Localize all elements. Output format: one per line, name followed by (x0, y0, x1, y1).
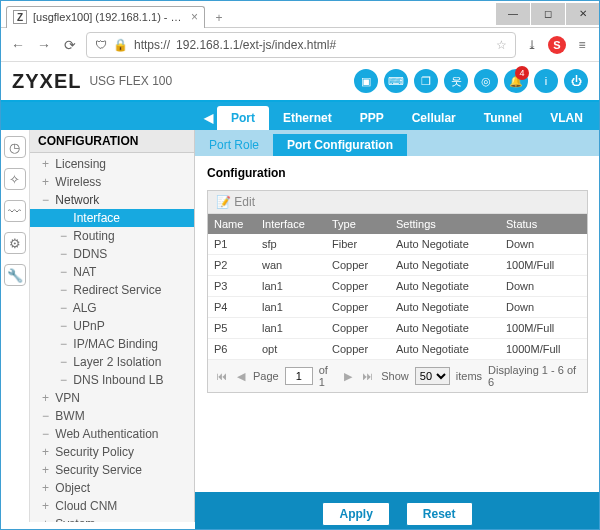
sidebar-item-label: Interface (70, 211, 120, 225)
model-label: USG FLEX 100 (89, 74, 172, 88)
console-icon[interactable]: ▣ (354, 69, 378, 93)
extension-icon[interactable]: S (548, 36, 566, 54)
maximize-button[interactable]: ◻ (531, 3, 565, 25)
cell-status: 100M/Full (500, 318, 587, 338)
help-icon[interactable]: i (534, 69, 558, 93)
content-area: Configuration 📝 Edit Name Interface Type… (195, 156, 600, 522)
col-status[interactable]: Status (500, 214, 587, 234)
ref-icon[interactable]: ❐ (414, 69, 438, 93)
sidebar-item-web-authentication[interactable]: − Web Authentication (30, 425, 194, 443)
tab-ethernet[interactable]: Ethernet (269, 106, 346, 130)
cell-status: 100M/Full (500, 255, 587, 275)
table-row[interactable]: P4lan1CopperAuto NegotiateDown (208, 297, 587, 318)
sidebar-item-security-service[interactable]: + Security Service (30, 461, 194, 479)
notification-bell-icon[interactable]: 🔔4 (504, 69, 528, 93)
sidebar-title: CONFIGURATION (30, 130, 194, 153)
table-row[interactable]: P6optCopperAuto Negotiate1000M/Full (208, 339, 587, 360)
grid-header: Name Interface Type Settings Status (208, 214, 587, 234)
sidebar-item-label: Cloud CNM (52, 499, 117, 513)
reset-button[interactable]: Reset (406, 502, 473, 526)
table-row[interactable]: P3lan1CopperAuto NegotiateDown (208, 276, 587, 297)
object-icon[interactable]: ◎ (474, 69, 498, 93)
tab-ppp[interactable]: PPP (346, 106, 398, 130)
sidebar-item-upnp[interactable]: − UPnP (30, 317, 194, 335)
table-row[interactable]: P1sfpFiberAuto NegotiateDown (208, 234, 587, 255)
sidebar-item-nat[interactable]: − NAT (30, 263, 194, 281)
section-title: Configuration (207, 166, 588, 180)
sidebar-item-cloud-cnm[interactable]: + Cloud CNM (30, 497, 194, 515)
url-input[interactable]: 🛡 🔒 https://192.168.1.1/ext-js/index.htm… (86, 32, 516, 58)
close-window-button[interactable]: ✕ (566, 3, 600, 25)
close-tab-icon[interactable]: × (191, 10, 198, 24)
minimize-button[interactable]: — (496, 3, 530, 25)
sidebar-item-object[interactable]: + Object (30, 479, 194, 497)
monitor-icon[interactable]: 〰 (4, 200, 26, 222)
port-grid: 📝 Edit Name Interface Type Settings Stat… (207, 190, 588, 393)
sidebar-item-dns-inbound-lb[interactable]: − DNS Inbound LB (30, 371, 194, 389)
maintenance-icon[interactable]: 🔧 (4, 264, 26, 286)
sidebar-item-wireless[interactable]: + Wireless (30, 173, 194, 191)
tree-toggle-icon: + (42, 517, 52, 522)
sub-tab-bar: Port RolePort Configuration (195, 130, 600, 156)
apply-button[interactable]: Apply (322, 502, 389, 526)
sidebar-item-vpn[interactable]: + VPN (30, 389, 194, 407)
reload-button[interactable]: ⟳ (60, 35, 80, 55)
sidebar-item-alg[interactable]: − ALG (30, 299, 194, 317)
page-prev-icon[interactable]: ◀ (235, 370, 247, 383)
back-button[interactable]: ← (8, 35, 28, 55)
edit-button[interactable]: Edit (234, 195, 255, 209)
page-first-icon[interactable]: ⏮ (214, 370, 229, 382)
tab-title: [usgflex100] (192.168.1.1) - ZyXEL (33, 11, 183, 23)
wizard-icon[interactable]: ✧ (4, 168, 26, 190)
configuration-icon[interactable]: ⚙ (4, 232, 26, 254)
col-name[interactable]: Name (208, 214, 256, 234)
tab-port[interactable]: Port (217, 106, 269, 130)
page-input[interactable] (285, 367, 313, 385)
sidebar-item-interface[interactable]: Interface (30, 209, 194, 227)
col-type[interactable]: Type (326, 214, 390, 234)
sidebar-item-routing[interactable]: − Routing (30, 227, 194, 245)
logout-icon[interactable]: ⏻ (564, 69, 588, 93)
cli-icon[interactable]: ⌨ (384, 69, 408, 93)
sidebar-item-label: Security Policy (52, 445, 134, 459)
sidebar-item-label: System (52, 517, 95, 522)
tree-toggle-icon: − (60, 301, 70, 315)
browser-tab[interactable]: Z [usgflex100] (192.168.1.1) - ZyXEL × (6, 6, 205, 28)
tab-cellular[interactable]: Cellular (398, 106, 470, 130)
subtab-port-configuration[interactable]: Port Configuration (273, 134, 407, 156)
sidebar-item-bwm[interactable]: − BWM (30, 407, 194, 425)
cell-iface: lan1 (256, 318, 326, 338)
sidebar-item-redirect-service[interactable]: − Redirect Service (30, 281, 194, 299)
bookmark-star-icon[interactable]: ☆ (496, 38, 507, 52)
sidebar-item-label: Security Service (52, 463, 142, 477)
new-tab-button[interactable]: + (211, 10, 227, 26)
download-icon[interactable]: ⤓ (522, 35, 542, 55)
dashboard-icon[interactable]: ◷ (4, 136, 26, 158)
table-row[interactable]: P5lan1CopperAuto Negotiate100M/Full (208, 318, 587, 339)
sidebar-item-ip-mac-binding[interactable]: − IP/MAC Binding (30, 335, 194, 353)
sidebar-item-system[interactable]: + System (30, 515, 194, 522)
col-settings[interactable]: Settings (390, 214, 500, 234)
page-next-icon[interactable]: ▶ (342, 370, 354, 383)
menu-button[interactable]: ≡ (572, 35, 592, 55)
sitemap-icon[interactable]: 웃 (444, 69, 468, 93)
sidebar-item-network[interactable]: − Network (30, 191, 194, 209)
sidebar-item-security-policy[interactable]: + Security Policy (30, 443, 194, 461)
sidebar-item-layer-2-isolation[interactable]: − Layer 2 Isolation (30, 353, 194, 371)
sidebar-item-licensing[interactable]: + Licensing (30, 155, 194, 173)
tree-toggle-icon: + (42, 157, 52, 171)
table-row[interactable]: P2wanCopperAuto Negotiate100M/Full (208, 255, 587, 276)
tree-toggle-icon: − (60, 337, 70, 351)
tab-scroll-left[interactable]: ◀ (200, 106, 217, 130)
forward-button[interactable]: → (34, 35, 54, 55)
cell-iface: wan (256, 255, 326, 275)
tree-toggle-icon: − (42, 409, 52, 423)
cell-iface: lan1 (256, 297, 326, 317)
sidebar-item-ddns[interactable]: − DDNS (30, 245, 194, 263)
page-last-icon[interactable]: ⏭ (360, 370, 375, 382)
tab-tunnel[interactable]: Tunnel (470, 106, 536, 130)
col-interface[interactable]: Interface (256, 214, 326, 234)
tab-vlan[interactable]: VLAN (536, 106, 597, 130)
page-size-select[interactable]: 50 (415, 367, 450, 385)
subtab-port-role[interactable]: Port Role (195, 134, 273, 156)
